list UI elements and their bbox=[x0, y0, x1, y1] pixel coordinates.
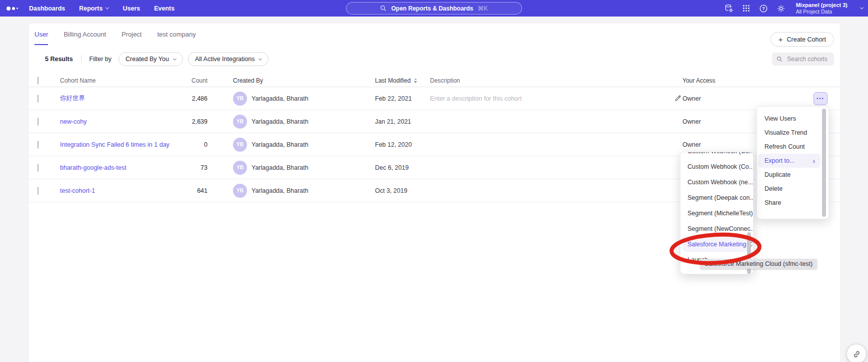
chevron-down-icon bbox=[106, 6, 109, 10]
table-row: new-cohy 2,639 YB Yarlagadda, Bharath Ja… bbox=[29, 110, 840, 133]
svg-text:?: ? bbox=[762, 6, 765, 11]
cohort-count: 73 bbox=[176, 164, 208, 171]
project-scope: All Project Data bbox=[796, 9, 848, 15]
filters-toolbar: 5 Results Filter by Created By You All A… bbox=[29, 48, 840, 71]
creator-name: Yarlagadda, Bharath bbox=[252, 141, 308, 148]
mixpanel-logo-icon[interactable] bbox=[6, 7, 18, 11]
create-cohort-button[interactable]: + Create Cohort bbox=[770, 32, 834, 47]
header-last-modified[interactable]: Last Modified bbox=[375, 77, 430, 84]
avatar: YB bbox=[233, 138, 247, 152]
share-link-fab[interactable] bbox=[847, 344, 866, 362]
project-name: Mixpanel (project 3) bbox=[796, 2, 848, 9]
search-cohorts-input[interactable] bbox=[786, 55, 829, 63]
search-cohorts-box bbox=[772, 53, 834, 66]
search-placeholder: Open Reports & Dashboards bbox=[391, 5, 473, 12]
menu-item[interactable]: Duplicate bbox=[758, 168, 820, 182]
access-level: Owner bbox=[682, 95, 784, 102]
menu-scrollbar[interactable] bbox=[822, 109, 826, 217]
chevron-down-icon[interactable] bbox=[860, 6, 864, 10]
cohort-count: 2,639 bbox=[176, 118, 208, 125]
header-count: Count bbox=[176, 77, 208, 84]
cohort-name-link[interactable]: Integration Sync Failed 6 times in 1 day bbox=[54, 141, 176, 148]
creator-name: Yarlagadda, Bharath bbox=[252, 95, 308, 102]
creator-name: Yarlagadda, Bharath bbox=[252, 164, 308, 171]
menu-item[interactable]: Refresh Count bbox=[758, 140, 820, 154]
last-modified-date: Feb 12, 2020 bbox=[375, 141, 430, 148]
export-submenu: Custom Webhook (Cu...Custom Webhook (Co.… bbox=[680, 152, 754, 274]
tab[interactable]: Project bbox=[122, 31, 142, 44]
header-your-access: Your Access bbox=[682, 77, 784, 84]
top-nav: Dashboards Reports Users Events Open Rep… bbox=[0, 0, 868, 17]
row-checkbox[interactable] bbox=[38, 164, 38, 172]
last-modified-date: Feb 22, 2021 bbox=[375, 95, 430, 102]
nav-link[interactable]: Events bbox=[154, 5, 174, 12]
menu-item[interactable]: Share bbox=[758, 196, 820, 210]
row-checkbox[interactable] bbox=[38, 141, 38, 149]
filter-by-label: Filter by bbox=[90, 56, 112, 63]
cohort-count: 0 bbox=[176, 141, 208, 148]
select-all-checkbox[interactable] bbox=[38, 77, 38, 85]
avatar: YB bbox=[233, 184, 247, 198]
cohort-name-link[interactable]: test-cohort-1 bbox=[54, 187, 176, 194]
help-icon[interactable]: ? bbox=[759, 4, 768, 13]
cohort-count: 2,486 bbox=[176, 95, 208, 102]
search-icon bbox=[380, 5, 386, 12]
search-icon bbox=[776, 56, 782, 62]
plus-icon: + bbox=[778, 36, 783, 43]
export-destination-item[interactable]: Segment (Deepak con... bbox=[682, 190, 747, 205]
nav-link[interactable]: Reports bbox=[79, 5, 108, 12]
header-created-by: Created By bbox=[208, 77, 375, 84]
row-actions-menu: View Users Visualize Trend Refresh Count… bbox=[756, 106, 829, 219]
table-row: 你好世界 2,486 YB Yarlagadda, Bharath Feb 22… bbox=[29, 87, 840, 110]
last-modified-date: Jan 21, 2021 bbox=[375, 118, 430, 125]
cohorts-page: Dashboards Reports Users Events Open Rep… bbox=[0, 0, 868, 362]
nav-link[interactable]: Users bbox=[122, 5, 140, 12]
description-placeholder[interactable]: Enter a description for this cohort bbox=[430, 95, 522, 102]
row-actions-button[interactable]: ••• bbox=[814, 92, 828, 105]
global-search-button[interactable]: Open Reports & Dashboards ⌘K bbox=[346, 2, 522, 15]
export-destination-item[interactable]: Custom Webhook (Cu... bbox=[682, 152, 747, 159]
search-shortcut: ⌘K bbox=[478, 5, 488, 12]
avatar: YB bbox=[233, 115, 247, 129]
cohort-name-link[interactable]: new-cohy bbox=[54, 118, 176, 125]
table-header: Cohort Name Count Created By Last Modifi… bbox=[29, 75, 840, 87]
export-destination-item[interactable]: Custom Webhook (Co... bbox=[682, 159, 747, 174]
nav-right-cluster: ? Mixpanel (project 3) All Project Data bbox=[724, 0, 863, 17]
row-checkbox[interactable] bbox=[38, 118, 38, 126]
chevron-down-icon bbox=[258, 57, 262, 60]
settings-gear-icon[interactable] bbox=[776, 4, 786, 13]
nav-link[interactable]: Dashboards bbox=[29, 5, 65, 12]
results-count: 5 Results bbox=[45, 56, 73, 63]
tooltip: Salesforce Marketing Cloud (sfmc-test) bbox=[700, 259, 817, 269]
row-checkbox[interactable] bbox=[38, 95, 38, 103]
creator-name: Yarlagadda, Bharath bbox=[252, 187, 308, 194]
menu-item[interactable]: Visualize Trend bbox=[758, 126, 820, 140]
project-switcher[interactable]: Mixpanel (project 3) All Project Data bbox=[796, 2, 848, 15]
tab[interactable]: test company bbox=[157, 31, 196, 44]
tab[interactable]: Billing Account bbox=[64, 31, 106, 44]
sort-arrows-icon[interactable] bbox=[414, 78, 417, 83]
data-management-icon[interactable] bbox=[724, 4, 734, 13]
creator-name: Yarlagadda, Bharath bbox=[252, 118, 308, 125]
created-by-filter[interactable]: Created By You bbox=[118, 52, 183, 66]
header-description: Description bbox=[430, 77, 682, 84]
menu-item[interactable]: View Users bbox=[758, 112, 820, 126]
chevron-down-icon bbox=[173, 57, 176, 60]
cohort-name-link[interactable]: bharath-google-ads-test bbox=[54, 164, 176, 171]
pencil-icon[interactable] bbox=[674, 95, 682, 102]
row-checkbox[interactable] bbox=[38, 187, 38, 195]
menu-item[interactable]: Export to... bbox=[758, 154, 820, 168]
cohort-name-link[interactable]: 你好世界 bbox=[54, 94, 176, 103]
apps-grid-icon[interactable] bbox=[742, 4, 751, 13]
tab[interactable]: User bbox=[34, 31, 48, 45]
export-destination-item[interactable]: Salesforce Marketing C... bbox=[682, 236, 747, 252]
avatar: YB bbox=[233, 92, 247, 106]
chevron-right-icon bbox=[812, 157, 814, 164]
link-icon bbox=[852, 350, 861, 358]
integrations-filter[interactable]: All Active Integrations bbox=[188, 52, 269, 66]
menu-item[interactable]: Delete bbox=[758, 182, 820, 196]
export-destination-item[interactable]: Custom Webhook (ne... bbox=[682, 174, 747, 190]
export-destination-item[interactable]: Segment (NewConnec... bbox=[682, 221, 747, 236]
entity-tabs: UserBilling AccountProjecttest company bbox=[29, 24, 840, 48]
export-destination-item[interactable]: Segment (MichelleTest) bbox=[682, 205, 747, 221]
